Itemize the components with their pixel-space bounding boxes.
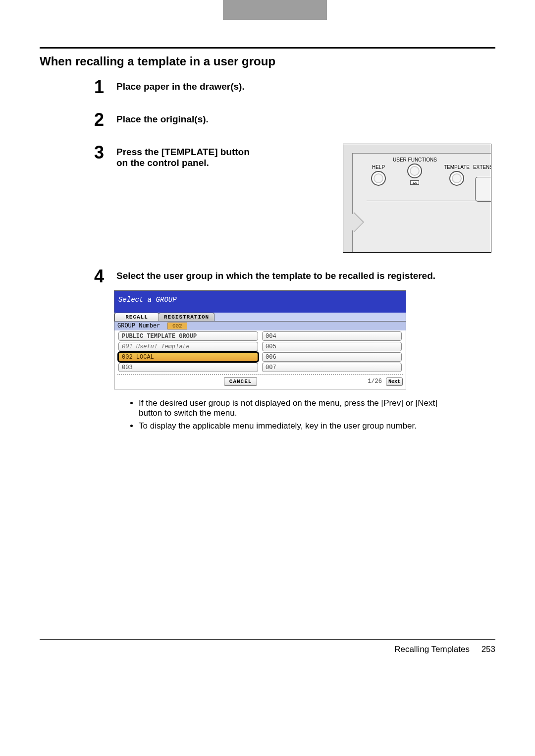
step-number-3: 3 [94,144,109,162]
extension-label: EXTENSION [473,164,491,170]
cancel-button[interactable]: CANCEL [224,377,258,386]
extension-slot-icon [475,177,491,202]
group-item[interactable]: 005 [262,342,402,351]
bullet-2: To display the applicable menu immediate… [139,421,456,431]
group-number-label: GROUP Number [117,323,160,329]
tab-registration[interactable]: REGISTRATION [159,313,214,321]
group-item[interactable]: 001 Useful Template [118,342,258,351]
chapter-tab [223,0,327,20]
footer-title: Recalling Templates [394,645,470,654]
footer-page: 253 [482,645,495,654]
page-indicator: 1/26 [368,378,382,385]
user-functions-label: USER FUNCTIONS [393,158,437,162]
template-button-icon [449,171,464,186]
step-number-4: 4 [94,268,109,285]
group-item[interactable]: 004 [262,331,402,341]
next-button[interactable]: Next [386,378,403,386]
step-text-3: Press the [TEMPLATE] button on the contr… [116,144,250,168]
user-functions-button-icon [407,163,422,178]
counter-icon: 123 [410,180,419,185]
group-number-value[interactable]: 002 [167,323,187,329]
screen-header: Select a GROUP [114,291,406,313]
page-footer: Recalling Templates 253 [40,639,495,654]
tab-recall[interactable]: RECALL [114,313,159,321]
section-title: When recalling a template in a user grou… [40,47,495,68]
help-button-icon [371,171,386,186]
control-panel-illustration: HELP USER FUNCTIONS 123 TEMPLATE EXTENSI… [343,144,491,253]
step-number-2: 2 [94,111,109,129]
step-text-1: Place paper in the drawer(s). [116,78,495,92]
lcd-screen-illustration: Select a GROUP RECALL REGISTRATION GROUP… [114,290,406,389]
group-item[interactable]: PUBLIC TEMPLATE GROUP [118,331,258,341]
group-item[interactable]: 003 [118,363,258,372]
template-label: TEMPLATE [444,164,470,170]
bullet-1: If the desired user group is not display… [139,398,456,418]
step-text-4: Select the user group in which the templ… [116,268,495,281]
step-number-1: 1 [94,78,109,96]
group-item[interactable]: 002 LOCAL [118,352,258,362]
group-item[interactable]: 006 [262,352,402,362]
help-label: HELP [371,164,386,170]
group-item[interactable]: 007 [262,363,402,372]
step-text-2: Place the original(s). [116,111,495,125]
